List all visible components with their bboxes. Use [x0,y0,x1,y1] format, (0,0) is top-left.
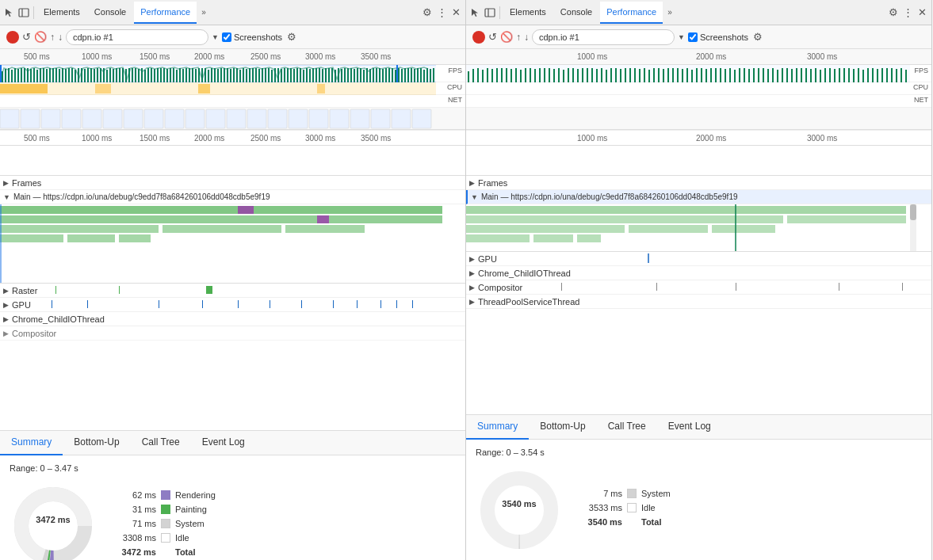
right-tab-calltree[interactable]: Call Tree [597,414,657,440]
cursor-icon[interactable] [3,6,16,19]
more-icon-left[interactable]: ⋮ [435,6,448,19]
painting-swatch-left [161,505,170,514]
more-tabs-right[interactable]: » [664,6,675,18]
up-icon-left[interactable]: ↑ [50,32,55,43]
tab-console-left[interactable]: Console [88,2,132,24]
record-button-right[interactable] [472,31,485,44]
sidebar-icon[interactable] [17,6,30,19]
rendering-swatch-left [161,490,170,500]
compositor-label-right: Compositor [478,283,522,292]
rendering-label-left: Rendering [175,490,216,500]
svg-rect-263 [748,69,750,82]
close-icon-right[interactable]: ✕ [916,6,928,19]
left-toolbar2: ↺ 🚫 ↑ ↓ cdpn.io #1 ▼ Screenshots ⚙ [0,25,465,49]
left-time-ruler-top: 500 ms 1000 ms 1500 ms 2000 ms 2500 ms 3… [0,49,465,65]
tab-performance-left[interactable]: Performance [134,2,197,24]
svg-rect-227 [577,69,579,82]
settings2-icon-left[interactable]: ⚙ [285,31,298,44]
legend-row-idle-left: 3308 ms Idle [113,533,456,543]
legend-row-system-right: 7 ms System [579,489,922,498]
svg-rect-267 [767,69,769,82]
left-track-raster[interactable]: ▶ Raster [0,284,465,298]
left-tab-bottomup[interactable]: Bottom-Up [63,430,130,455]
svg-rect-194 [412,300,413,308]
tab-console-right[interactable]: Console [554,2,598,24]
right-fps-row: FPS [466,65,931,82]
settings-icon-left[interactable]: ⚙ [421,6,434,19]
screenshots-label-right[interactable]: Screenshots [688,32,748,42]
screenshots-label-left[interactable]: Screenshots [222,32,282,42]
url-dropdown-left[interactable]: ▼ [212,33,219,41]
svg-rect-257 [720,68,721,82]
left-tab-summary[interactable]: Summary [0,430,63,455]
tick-500: 500 ms [24,52,50,61]
left-track-gpu[interactable]: ▶ GPU [0,298,465,312]
right-track-threadpool[interactable]: ▶ ThreadPoolServiceThread [466,295,931,309]
clear-button-left[interactable]: 🚫 [34,31,47,43]
record-button-left[interactable] [6,31,19,44]
svg-rect-231 [596,69,598,82]
url-dropdown-right[interactable]: ▼ [678,33,685,41]
svg-rect-255 [710,68,712,82]
svg-rect-148 [0,109,19,128]
tick-1000: 1000 ms [82,52,112,61]
svg-rect-248 [677,68,679,82]
svg-rect-234 [610,68,612,82]
settings2-icon-right[interactable]: ⚙ [751,31,764,44]
down-icon-right[interactable]: ↓ [524,32,529,43]
left-donut-chart: 3472 ms [10,482,97,561]
left-main-header[interactable]: ▼ Main — https://cdpn.io/una/debug/c9edd… [0,190,465,204]
more-tabs-left[interactable]: » [198,6,209,18]
settings-icon-right[interactable]: ⚙ [887,6,900,19]
svg-rect-253 [701,68,702,82]
svg-rect-201 [485,9,495,17]
svg-rect-276 [810,69,812,82]
left-tab-calltree[interactable]: Call Tree [131,430,191,455]
left-track-childio[interactable]: ▶ Chrome_ChildIOThread [0,312,465,326]
svg-rect-164 [330,109,349,128]
tick-1500: 1500 ms [140,52,170,61]
svg-rect-292 [886,68,888,82]
down-icon-left[interactable]: ↓ [58,32,63,43]
sidebar-icon-right[interactable] [484,6,496,19]
close-icon-left[interactable]: ✕ [449,6,462,19]
frames-expand-icon-left: ▶ [3,179,9,187]
svg-rect-215 [520,70,522,82]
left-track-frames[interactable]: ▶ Frames [0,176,465,190]
right-tab-bottomup[interactable]: Bottom-Up [529,414,596,440]
right-track-childio[interactable]: ▶ Chrome_ChildIOThread [466,266,931,280]
svg-rect-150 [41,109,60,128]
compositor-label-left: Compositor [12,329,56,338]
screenshots-checkbox-right[interactable] [688,32,698,42]
right-main-header[interactable]: ▼ Main — https://cdpn.io/una/debug/c9edd… [466,190,931,204]
reload-button-right[interactable]: ↺ [488,31,497,43]
right-track-gpu[interactable]: ▶ GPU [466,252,931,266]
tab-elements-right[interactable]: Elements [503,2,553,24]
right-track-frames[interactable]: ▶ Frames [466,176,931,190]
compositor-expand-icon-left: ▶ [3,330,9,337]
up-icon-right[interactable]: ↑ [516,32,521,43]
tab-performance-right[interactable]: Performance [600,2,663,24]
svg-rect-282 [839,68,840,82]
reload-button-left[interactable]: ↺ [22,31,31,43]
tab-elements-left[interactable]: Elements [37,2,86,24]
svg-rect-176 [119,234,151,242]
left-tab-eventlog[interactable]: Event Log [191,430,256,455]
left-track-compositor[interactable]: ▶ Compositor [0,326,465,341]
svg-rect-224 [563,70,564,82]
right-track-compositor[interactable]: ▶ Compositor [466,280,931,295]
left-cpu-row: CPU [0,82,465,95]
right-tab-summary[interactable]: Summary [466,414,529,440]
more-icon-right[interactable]: ⋮ [901,6,914,19]
clear-button-right[interactable]: 🚫 [500,31,513,43]
svg-rect-141 [0,65,2,82]
left-fps-row: FPS // Will be generated inline [0,65,465,82]
left-tabs-bar: Summary Bottom-Up Call Tree Event Log [0,430,465,455]
cursor-icon-right[interactable] [469,6,482,19]
right-range-text: Range: 0 – 3.54 s [476,448,922,457]
raster-label-left: Raster [12,286,37,295]
svg-rect-245 [663,69,664,82]
screenshots-checkbox-left[interactable] [222,32,231,42]
right-tab-eventlog[interactable]: Event Log [657,414,722,440]
svg-rect-185 [159,300,159,308]
